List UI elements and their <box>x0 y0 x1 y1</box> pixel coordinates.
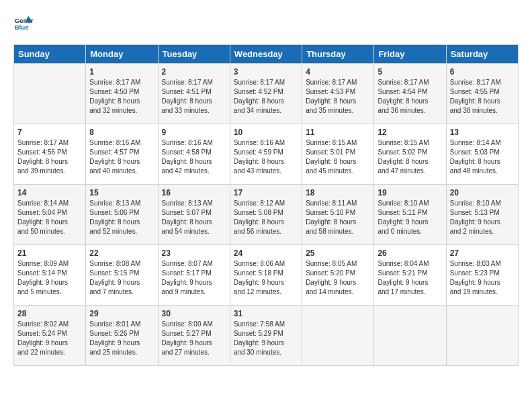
calendar-cell <box>374 306 446 366</box>
day-info: Sunrise: 8:16 AMSunset: 4:59 PMDaylight:… <box>234 138 298 176</box>
day-number: 5 <box>378 67 442 77</box>
calendar-cell: 19Sunrise: 8:10 AMSunset: 5:11 PMDayligh… <box>374 185 446 245</box>
day-number: 16 <box>162 188 226 197</box>
day-info: Sunrise: 7:58 AMSunset: 5:29 PMDaylight:… <box>234 320 298 357</box>
day-info: Sunrise: 8:05 AMSunset: 5:20 PMDaylight:… <box>306 259 370 297</box>
day-number: 31 <box>234 309 298 318</box>
calendar-week-row: 21Sunrise: 8:09 AMSunset: 5:14 PMDayligh… <box>14 245 519 306</box>
day-info: Sunrise: 8:17 AMSunset: 4:55 PMDaylight:… <box>450 78 515 116</box>
day-info: Sunrise: 8:15 AMSunset: 5:01 PMDaylight:… <box>306 138 370 176</box>
weekday-header-cell: Wednesday <box>230 45 302 64</box>
calendar-cell: 1Sunrise: 8:17 AMSunset: 4:50 PMDaylight… <box>86 64 158 124</box>
calendar-cell: 12Sunrise: 8:15 AMSunset: 5:02 PMDayligh… <box>374 124 446 185</box>
day-number: 28 <box>17 309 82 318</box>
logo-icon: General Blue <box>13 13 34 34</box>
calendar-cell: 11Sunrise: 8:15 AMSunset: 5:01 PMDayligh… <box>302 124 374 185</box>
day-info: Sunrise: 8:17 AMSunset: 4:54 PMDaylight:… <box>378 78 442 116</box>
day-number: 14 <box>17 188 82 197</box>
day-number: 17 <box>234 188 298 197</box>
day-info: Sunrise: 8:12 AMSunset: 5:08 PMDaylight:… <box>234 199 298 236</box>
day-info: Sunrise: 8:13 AMSunset: 5:07 PMDaylight:… <box>162 199 226 236</box>
day-info: Sunrise: 8:08 AMSunset: 5:15 PMDaylight:… <box>89 259 154 297</box>
day-number: 11 <box>306 128 370 137</box>
day-number: 30 <box>162 309 226 318</box>
day-number: 7 <box>17 128 82 137</box>
day-number: 2 <box>162 67 226 77</box>
calendar-cell: 17Sunrise: 8:12 AMSunset: 5:08 PMDayligh… <box>230 185 302 245</box>
day-info: Sunrise: 8:07 AMSunset: 5:17 PMDaylight:… <box>162 259 226 297</box>
calendar-cell: 4Sunrise: 8:17 AMSunset: 4:53 PMDaylight… <box>302 64 374 124</box>
day-number: 13 <box>450 128 515 137</box>
day-info: Sunrise: 8:17 AMSunset: 4:53 PMDaylight:… <box>306 78 370 116</box>
day-number: 18 <box>306 188 370 197</box>
day-info: Sunrise: 8:02 AMSunset: 5:24 PMDaylight:… <box>17 320 82 357</box>
day-info: Sunrise: 8:00 AMSunset: 5:27 PMDaylight:… <box>162 320 226 357</box>
day-info: Sunrise: 8:13 AMSunset: 5:06 PMDaylight:… <box>89 199 154 236</box>
day-number: 19 <box>378 188 442 197</box>
day-info: Sunrise: 8:17 AMSunset: 4:56 PMDaylight:… <box>17 138 82 176</box>
calendar-cell: 23Sunrise: 8:07 AMSunset: 5:17 PMDayligh… <box>158 245 230 306</box>
day-number: 15 <box>89 188 154 197</box>
day-info: Sunrise: 8:10 AMSunset: 5:11 PMDaylight:… <box>378 199 442 236</box>
calendar-week-row: 7Sunrise: 8:17 AMSunset: 4:56 PMDaylight… <box>14 124 519 185</box>
day-info: Sunrise: 8:17 AMSunset: 4:50 PMDaylight:… <box>89 78 154 116</box>
calendar-cell: 15Sunrise: 8:13 AMSunset: 5:06 PMDayligh… <box>86 185 158 245</box>
day-info: Sunrise: 8:06 AMSunset: 5:18 PMDaylight:… <box>234 259 298 297</box>
calendar-cell: 6Sunrise: 8:17 AMSunset: 4:55 PMDaylight… <box>446 64 518 124</box>
day-info: Sunrise: 8:14 AMSunset: 5:03 PMDaylight:… <box>450 138 515 176</box>
weekday-header-cell: Tuesday <box>158 45 230 64</box>
weekday-header-cell: Monday <box>86 45 158 64</box>
calendar-cell: 18Sunrise: 8:11 AMSunset: 5:10 PMDayligh… <box>302 185 374 245</box>
day-number: 24 <box>234 248 298 258</box>
day-number: 8 <box>89 128 154 137</box>
day-number: 12 <box>378 128 442 137</box>
day-number: 25 <box>306 248 370 258</box>
weekday-header-cell: Sunday <box>14 45 86 64</box>
day-info: Sunrise: 8:09 AMSunset: 5:14 PMDaylight:… <box>17 259 82 297</box>
calendar-cell: 25Sunrise: 8:05 AMSunset: 5:20 PMDayligh… <box>302 245 374 306</box>
calendar-cell: 7Sunrise: 8:17 AMSunset: 4:56 PMDaylight… <box>14 124 86 185</box>
calendar-week-row: 28Sunrise: 8:02 AMSunset: 5:24 PMDayligh… <box>14 306 519 366</box>
calendar-cell: 24Sunrise: 8:06 AMSunset: 5:18 PMDayligh… <box>230 245 302 306</box>
day-info: Sunrise: 8:01 AMSunset: 5:26 PMDaylight:… <box>89 320 154 357</box>
calendar-cell: 14Sunrise: 8:14 AMSunset: 5:04 PMDayligh… <box>14 185 86 245</box>
calendar-cell: 2Sunrise: 8:17 AMSunset: 4:51 PMDaylight… <box>158 64 230 124</box>
day-number: 4 <box>306 67 370 77</box>
calendar-cell: 27Sunrise: 8:03 AMSunset: 5:23 PMDayligh… <box>446 245 518 306</box>
day-info: Sunrise: 8:10 AMSunset: 5:13 PMDaylight:… <box>450 199 515 236</box>
day-info: Sunrise: 8:14 AMSunset: 5:04 PMDaylight:… <box>17 199 82 236</box>
calendar-week-row: 14Sunrise: 8:14 AMSunset: 5:04 PMDayligh… <box>14 185 519 245</box>
day-number: 1 <box>89 67 154 77</box>
calendar-cell: 21Sunrise: 8:09 AMSunset: 5:14 PMDayligh… <box>14 245 86 306</box>
weekday-header-cell: Saturday <box>446 45 518 64</box>
day-number: 9 <box>162 128 226 137</box>
calendar-body: 1Sunrise: 8:17 AMSunset: 4:50 PMDaylight… <box>14 64 519 366</box>
day-info: Sunrise: 8:17 AMSunset: 4:52 PMDaylight:… <box>234 78 298 116</box>
weekday-header-row: SundayMondayTuesdayWednesdayThursdayFrid… <box>14 45 519 64</box>
day-number: 26 <box>378 248 442 258</box>
weekday-header-cell: Thursday <box>302 45 374 64</box>
calendar-cell: 22Sunrise: 8:08 AMSunset: 5:15 PMDayligh… <box>86 245 158 306</box>
day-number: 20 <box>450 188 515 197</box>
calendar-cell: 20Sunrise: 8:10 AMSunset: 5:13 PMDayligh… <box>446 185 518 245</box>
day-info: Sunrise: 8:15 AMSunset: 5:02 PMDaylight:… <box>378 138 442 176</box>
calendar-cell: 28Sunrise: 8:02 AMSunset: 5:24 PMDayligh… <box>14 306 86 366</box>
calendar-cell <box>446 306 518 366</box>
day-number: 27 <box>450 248 515 258</box>
calendar-table: SundayMondayTuesdayWednesdayThursdayFrid… <box>13 44 519 366</box>
calendar-week-row: 1Sunrise: 8:17 AMSunset: 4:50 PMDaylight… <box>14 64 519 124</box>
calendar-cell: 29Sunrise: 8:01 AMSunset: 5:26 PMDayligh… <box>86 306 158 366</box>
calendar-cell: 26Sunrise: 8:04 AMSunset: 5:21 PMDayligh… <box>374 245 446 306</box>
header: General Blue <box>13 13 519 34</box>
day-info: Sunrise: 8:04 AMSunset: 5:21 PMDaylight:… <box>378 259 442 297</box>
calendar-cell: 5Sunrise: 8:17 AMSunset: 4:54 PMDaylight… <box>374 64 446 124</box>
day-number: 23 <box>162 248 226 258</box>
calendar-cell: 3Sunrise: 8:17 AMSunset: 4:52 PMDaylight… <box>230 64 302 124</box>
weekday-header-cell: Friday <box>374 45 446 64</box>
logo: General Blue <box>13 13 34 34</box>
day-info: Sunrise: 8:03 AMSunset: 5:23 PMDaylight:… <box>450 259 515 297</box>
day-number: 21 <box>17 248 82 258</box>
day-info: Sunrise: 8:16 AMSunset: 4:58 PMDaylight:… <box>162 138 226 176</box>
day-number: 29 <box>89 309 154 318</box>
day-info: Sunrise: 8:11 AMSunset: 5:10 PMDaylight:… <box>306 199 370 236</box>
